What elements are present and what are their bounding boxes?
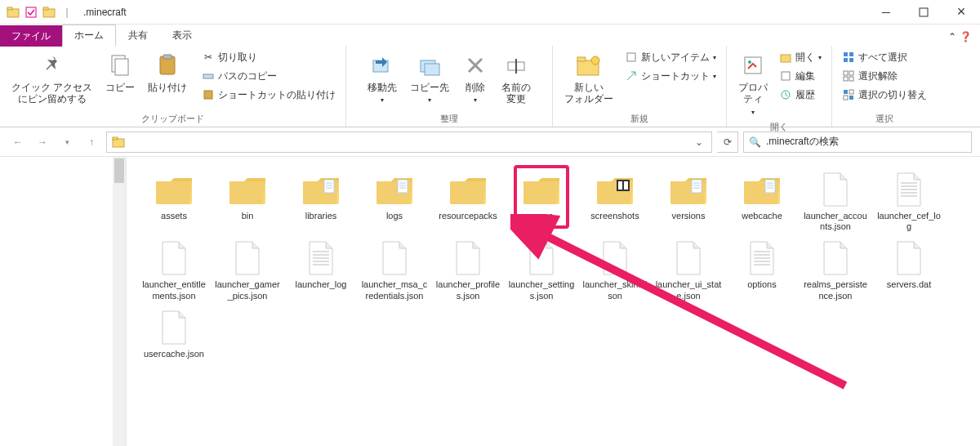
paste-shortcut-button[interactable]: ショートカットの貼り付け bbox=[198, 87, 339, 104]
checkbox-icon[interactable] bbox=[24, 6, 38, 19]
scroll-thumb[interactable] bbox=[114, 158, 124, 183]
svg-rect-14 bbox=[425, 64, 439, 75]
file-item[interactable]: launcher_msa_credentials.json bbox=[360, 240, 429, 301]
edit-button[interactable]: 編集 bbox=[776, 68, 825, 85]
properties-button[interactable]: プロパ ティ▾ bbox=[733, 49, 773, 119]
move-to-button[interactable]: 移動先▾ bbox=[363, 49, 402, 108]
search-input[interactable]: 🔍 .minecraftの検索 bbox=[743, 132, 972, 153]
group-open: プロパ ティ▾ 開く ▾ 編集 履歴 開く bbox=[727, 46, 832, 127]
new-item-button[interactable]: 新しいアイテム ▾ bbox=[621, 49, 719, 66]
refresh-button[interactable]: ⟳ bbox=[717, 132, 738, 153]
item-label: launcher_skins.json bbox=[581, 279, 648, 301]
svg-rect-44 bbox=[398, 180, 408, 193]
file-item[interactable]: launcher_profiles.json bbox=[434, 240, 502, 301]
search-icon: 🔍 bbox=[749, 136, 761, 148]
svg-point-22 bbox=[748, 60, 751, 64]
file-icon bbox=[594, 240, 636, 276]
ribbon: クイック アクセス にピン留めする コピー 貼り付け ✂切り取り パスのコピー … bbox=[0, 46, 980, 127]
file-item[interactable]: launcher_gamer_pics.json bbox=[213, 240, 282, 301]
svg-rect-18 bbox=[577, 57, 586, 61]
help-icon[interactable]: ❓ bbox=[960, 31, 972, 42]
folder-icon bbox=[7, 6, 20, 19]
svg-rect-27 bbox=[849, 52, 853, 56]
svg-rect-30 bbox=[844, 71, 848, 75]
svg-rect-36 bbox=[844, 96, 848, 100]
file-item[interactable]: launcher_cef_log bbox=[875, 172, 943, 232]
svg-rect-20 bbox=[627, 53, 635, 61]
select-all-button[interactable]: すべて選択 bbox=[839, 49, 930, 66]
breadcrumb[interactable]: ⌄ bbox=[106, 132, 712, 153]
ribbon-collapse[interactable]: ⌃❓ bbox=[940, 28, 980, 46]
address-dropdown-icon[interactable]: ⌄ bbox=[692, 136, 706, 148]
cut-button[interactable]: ✂切り取り bbox=[198, 49, 339, 66]
copy-to-button[interactable]: コピー先▾ bbox=[405, 49, 454, 108]
item-label: launcher_entitlements.json bbox=[140, 279, 207, 301]
group-new-label: 新規 bbox=[559, 111, 719, 125]
paste-button[interactable]: 貼り付け bbox=[143, 49, 192, 96]
tab-file[interactable]: ファイル bbox=[0, 25, 62, 47]
file-item[interactable]: launcher_skins.json bbox=[581, 240, 649, 301]
rename-button[interactable]: 名前の 変更 bbox=[497, 49, 536, 109]
file-list[interactable]: assetsbinlibrarieslogsresourcepackssaves… bbox=[127, 157, 980, 446]
new-folder-button[interactable]: 新しい フォルダー bbox=[559, 49, 618, 109]
recent-button[interactable]: ▾ bbox=[57, 132, 77, 152]
tab-share[interactable]: 共有 bbox=[116, 25, 160, 47]
file-item[interactable]: launcher_entitlements.json bbox=[140, 240, 208, 301]
copy-label: コピー bbox=[105, 82, 135, 93]
file-item[interactable]: launcher_ui_state.json bbox=[654, 240, 723, 301]
folder-item[interactable]: bin bbox=[213, 172, 282, 232]
window-title: .minecraft bbox=[83, 7, 127, 18]
back-button[interactable]: ← bbox=[8, 132, 28, 152]
svg-rect-21 bbox=[745, 57, 761, 74]
file-item[interactable]: usercache.json bbox=[140, 310, 208, 359]
file-item[interactable]: launcher_accounts.json bbox=[801, 172, 870, 232]
file-item[interactable]: options bbox=[728, 240, 796, 301]
folder-item[interactable]: screenshots bbox=[581, 172, 649, 232]
group-organize: 移動先▾ コピー先▾ 削除▾ 名前の 変更 整理 bbox=[346, 46, 553, 127]
file-icon bbox=[741, 240, 783, 276]
maximize-button[interactable] bbox=[905, 0, 942, 25]
svg-rect-9 bbox=[163, 55, 172, 59]
folder-icon bbox=[153, 172, 195, 207]
close-button[interactable]: × bbox=[942, 0, 980, 25]
tab-home[interactable]: ホーム bbox=[62, 25, 116, 47]
forward-button[interactable]: → bbox=[33, 132, 52, 152]
folder-item[interactable]: versions bbox=[654, 172, 723, 232]
pin-quick-access-button[interactable]: クイック アクセス にピン留めする bbox=[7, 49, 97, 109]
select-all-icon bbox=[842, 51, 855, 64]
file-item[interactable]: launcher_settings.json bbox=[507, 240, 576, 301]
file-icon bbox=[814, 172, 857, 207]
minimize-button[interactable]: ─ bbox=[867, 0, 905, 25]
folder-item[interactable]: resourcepacks bbox=[434, 172, 502, 232]
invert-selection-button[interactable]: 選択の切り替え bbox=[839, 87, 930, 104]
folder-item[interactable]: webcache bbox=[728, 172, 796, 232]
file-item[interactable]: launcher_log bbox=[287, 240, 355, 301]
dropdown-icon: ▾ bbox=[474, 96, 477, 105]
up-button[interactable]: ↑ bbox=[82, 132, 101, 152]
copy-button[interactable]: コピー bbox=[100, 49, 140, 96]
svg-rect-23 bbox=[781, 55, 791, 62]
file-item[interactable]: realms_persistence.json bbox=[801, 240, 870, 301]
navigation-pane[interactable] bbox=[0, 157, 127, 446]
folder-item[interactable]: logs bbox=[360, 172, 429, 232]
open-button[interactable]: 開く ▾ bbox=[776, 49, 825, 66]
folder-item[interactable]: saves bbox=[507, 172, 576, 232]
tab-view[interactable]: 表示 bbox=[160, 25, 204, 47]
select-none-button[interactable]: 選択解除 bbox=[839, 68, 930, 85]
folder-icon bbox=[42, 6, 56, 19]
copy-path-button[interactable]: パスのコピー bbox=[198, 68, 339, 85]
folder-icon bbox=[112, 136, 125, 149]
folder-icon bbox=[741, 172, 783, 207]
scrollbar[interactable] bbox=[113, 157, 126, 446]
folder-item[interactable]: assets bbox=[140, 172, 208, 232]
svg-rect-10 bbox=[203, 74, 213, 78]
invert-icon bbox=[842, 88, 855, 101]
file-item[interactable]: servers.dat bbox=[875, 240, 943, 301]
group-select-label: 選択 bbox=[839, 111, 930, 125]
new-shortcut-button[interactable]: ショートカット ▾ bbox=[621, 68, 719, 85]
delete-button[interactable]: 削除▾ bbox=[457, 49, 493, 108]
svg-rect-28 bbox=[844, 58, 848, 62]
history-button[interactable]: 履歴 bbox=[776, 87, 825, 104]
folder-item[interactable]: libraries bbox=[287, 172, 355, 232]
svg-rect-5 bbox=[920, 8, 928, 16]
